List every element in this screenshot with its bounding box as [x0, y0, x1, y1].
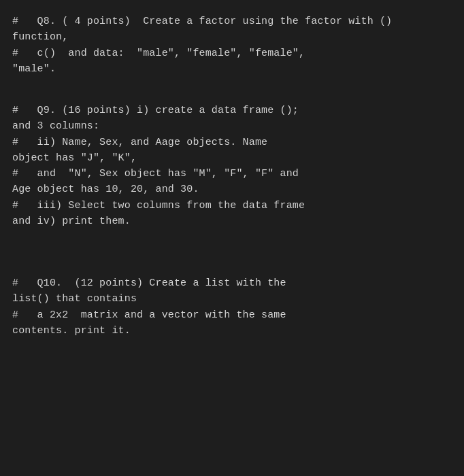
spacer-2	[12, 229, 452, 255]
spacer-3	[12, 255, 452, 275]
code-editor: # Q8. ( 4 points) Create a factor using …	[12, 14, 452, 339]
spacer-1	[12, 77, 452, 103]
q9-section: # Q9. (16 points) i) create a data frame…	[12, 103, 452, 229]
q8-section: # Q8. ( 4 points) Create a factor using …	[12, 14, 452, 77]
q10-section: # Q10. (12 points) Create a list with th…	[12, 275, 452, 339]
